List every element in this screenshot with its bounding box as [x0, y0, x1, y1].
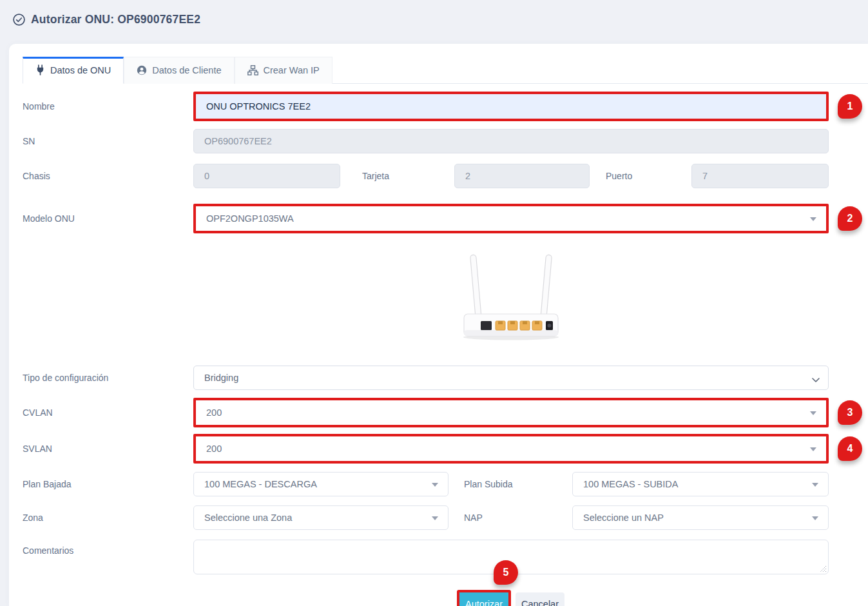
- tab-label: Crear Wan IP: [264, 65, 320, 75]
- nap-label: NAP: [464, 513, 572, 523]
- sn-input: [193, 129, 829, 153]
- check-circle-icon: [13, 14, 25, 26]
- plan-subida-value: 100 MEGAS - SUBIDA: [583, 479, 678, 489]
- sn-label: SN: [23, 136, 193, 146]
- caret-down-icon: [810, 217, 816, 221]
- plan-subida-select[interactable]: 100 MEGAS - SUBIDA: [572, 472, 829, 496]
- modelo-onu-value: OPF2ONGP1035WA: [206, 213, 294, 224]
- cancelar-button[interactable]: Cancelar: [516, 592, 564, 606]
- nap-select[interactable]: Seleccione un NAP: [572, 505, 829, 530]
- page-header: Autorizar ONU: OP6900767EE2: [13, 13, 200, 26]
- caret-down-icon: [812, 516, 818, 520]
- annotation-box-modelo: OPF2ONGP1035WA: [193, 204, 829, 233]
- caret-down-icon: [810, 411, 816, 415]
- caret-down-icon: [432, 483, 438, 487]
- tarjeta-label: Tarjeta: [362, 171, 454, 181]
- tab-label: Datos de ONU: [50, 65, 111, 75]
- plan-bajada-label: Plan Bajada: [23, 479, 193, 489]
- plan-subida-label: Plan Subida: [464, 479, 572, 489]
- puerto-label: Puerto: [606, 171, 691, 181]
- svlan-label: SVLAN: [23, 444, 193, 454]
- tab-crear-wan-ip[interactable]: Crear Wan IP: [235, 57, 333, 84]
- nombre-input[interactable]: [196, 94, 826, 119]
- annotation-box-cvlan: 200: [193, 398, 829, 427]
- modelo-onu-select[interactable]: OPF2ONGP1035WA: [196, 206, 826, 231]
- annotation-badge-5: 5: [494, 560, 518, 585]
- tipo-configuracion-select[interactable]: Bridging: [193, 366, 829, 390]
- annotation-box-svlan: 200: [193, 434, 829, 464]
- plug-icon: [35, 64, 45, 75]
- chasis-input: [193, 164, 340, 188]
- cvlan-select[interactable]: 200: [196, 400, 826, 425]
- onu-router-image: [193, 253, 829, 342]
- nap-placeholder: Seleccione un NAP: [583, 513, 664, 523]
- annotation-badge-2: 2: [838, 206, 862, 231]
- form-actions: 5 Autorizar Cancelar: [457, 590, 829, 606]
- annotation-badge-4: 4: [838, 436, 862, 461]
- tab-label: Datos de Cliente: [152, 65, 221, 75]
- autorizar-button[interactable]: Autorizar: [459, 592, 508, 606]
- plan-bajada-select[interactable]: 100 MEGAS - DESCARGA: [193, 472, 448, 496]
- modelo-onu-label: Modelo ONU: [23, 213, 193, 224]
- onu-form: Nombre 1 SN Chasis Tarjeta Puerto: [23, 92, 829, 606]
- chasis-label: Chasis: [23, 171, 193, 181]
- tabbar: Datos de ONU Datos de Cliente: [23, 57, 868, 84]
- comentarios-label: Comentarios: [23, 540, 193, 556]
- sitemap-icon: [247, 65, 258, 75]
- caret-down-icon: [812, 483, 818, 487]
- cvlan-label: CVLAN: [23, 407, 193, 418]
- puerto-input: [691, 164, 829, 188]
- cvlan-value: 200: [206, 407, 222, 418]
- zona-label: Zona: [23, 513, 193, 523]
- annotation-badge-1: 1: [838, 94, 862, 119]
- tarjeta-input: [454, 164, 590, 188]
- form-card: Datos de ONU Datos de Cliente: [9, 44, 868, 606]
- zona-placeholder: Seleccione una Zona: [204, 513, 292, 523]
- zona-select[interactable]: Seleccione una Zona: [193, 505, 448, 530]
- tab-datos-de-onu[interactable]: Datos de ONU: [23, 57, 124, 84]
- caret-down-icon: [810, 447, 816, 451]
- caret-down-icon: [432, 516, 438, 520]
- annotation-box-autorizar: Autorizar: [457, 590, 511, 606]
- annotation-badge-3: 3: [838, 400, 862, 425]
- user-circle-icon: [137, 65, 147, 75]
- plan-bajada-value: 100 MEGAS - DESCARGA: [204, 479, 317, 489]
- nombre-label: Nombre: [23, 101, 193, 112]
- annotation-box-nombre: [193, 92, 829, 121]
- svlan-value: 200: [206, 444, 222, 454]
- page-title: Autorizar ONU: OP6900767EE2: [31, 13, 200, 26]
- tipo-configuracion-label: Tipo de configuración: [23, 373, 193, 383]
- svlan-select[interactable]: 200: [196, 436, 826, 461]
- tab-datos-de-cliente[interactable]: Datos de Cliente: [124, 57, 234, 84]
